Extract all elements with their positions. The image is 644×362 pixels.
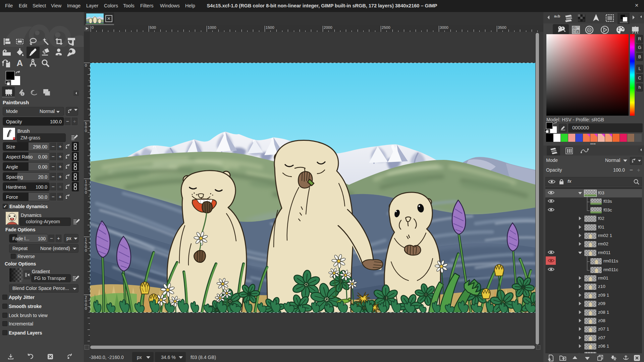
svg-text:A: A xyxy=(17,59,23,67)
svg-text:M: M xyxy=(577,27,579,30)
svg-text:C: C xyxy=(573,27,575,30)
svg-text:i: i xyxy=(22,93,23,96)
svg-text:K: K xyxy=(577,31,579,34)
svg-text:Y: Y xyxy=(573,31,575,34)
